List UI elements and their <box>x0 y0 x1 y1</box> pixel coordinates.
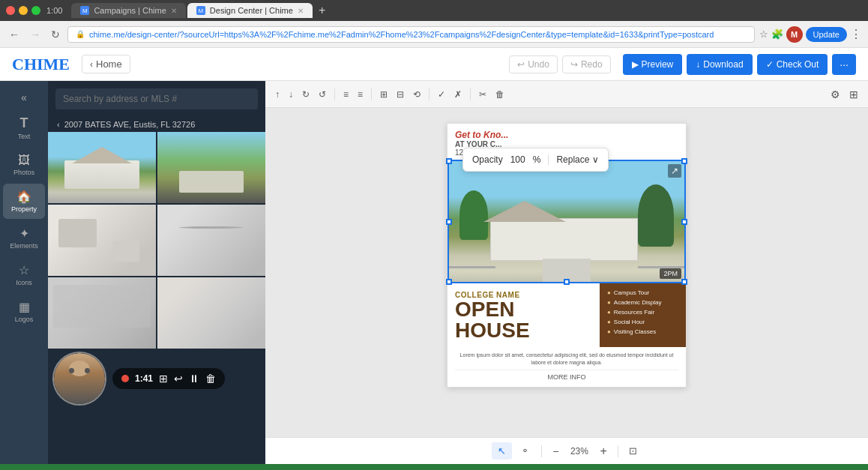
back-arrow-icon: ‹ <box>57 120 60 129</box>
photo-cell-4[interactable] <box>157 205 265 276</box>
toolbar-cut[interactable]: ✂ <box>475 87 490 102</box>
address-bar[interactable]: 🔒 chime.me/design-center/?sourceUrl=http… <box>67 26 755 43</box>
toolbar-settings[interactable]: ⚙ <box>827 86 844 103</box>
toolbar-grid[interactable]: ⊞ <box>846 86 862 103</box>
photos-label: Photos <box>13 169 34 176</box>
bullet-5: ● Visiting Classes <box>607 328 680 335</box>
profile-circle[interactable]: M <box>786 26 803 43</box>
preview-button[interactable]: ▶ Preview <box>623 54 683 75</box>
home-button[interactable]: ‹ Home <box>82 55 130 73</box>
property-back-nav[interactable]: ‹ 2007 BATES AVE, Eustis, FL 32726 <box>48 117 265 132</box>
toolbar-down[interactable]: ↓ <box>285 87 297 102</box>
photo-cell-6[interactable] <box>157 277 265 349</box>
more-info-label: MORE INFO <box>455 370 678 381</box>
toolbar-align-left[interactable]: ≡ <box>340 87 352 102</box>
cursor-tool[interactable]: ↖ <box>492 442 512 460</box>
elements-icon: ✦ <box>19 226 29 241</box>
bullet-1: ● Campus Tour <box>607 289 680 296</box>
sidebar-item-logos[interactable]: ▦ Logos <box>3 294 45 329</box>
postcard-left: COLLEGE NAME OPEN HOUSE <box>447 283 600 347</box>
canvas-scroll[interactable]: Get to Kno... AT YOUR C... 123 LORE... O… <box>265 108 868 437</box>
chrome-menu[interactable]: ⋮ <box>850 27 862 41</box>
zoom-in-button[interactable]: + <box>595 442 611 461</box>
close-dot[interactable] <box>6 6 15 15</box>
toolbar-rotate-left[interactable]: ↺ <box>315 87 330 102</box>
address-text: chime.me/design-center/?sourceUrl=https%… <box>89 30 747 39</box>
photo-grid <box>48 132 265 349</box>
checkout-icon: ✓ <box>766 59 774 70</box>
grid-view-button[interactable]: ⊞ <box>159 373 168 385</box>
checkout-button[interactable]: ✓ Check Out <box>757 54 828 75</box>
icons-icon: ☆ <box>19 263 29 277</box>
photo-cell-3[interactable] <box>48 205 156 276</box>
photo-cell-5[interactable] <box>48 277 156 349</box>
tab-close-campaigns[interactable]: ✕ <box>171 7 177 15</box>
rewind-button[interactable]: ↩ <box>174 373 183 385</box>
sidebar-expand-button[interactable]: « <box>0 87 48 108</box>
forward-button[interactable]: → <box>27 27 43 42</box>
sidebar-item-text[interactable]: T Text <box>3 109 45 146</box>
bookmark-icon[interactable]: ☆ <box>759 28 768 40</box>
search-bar-container <box>48 81 265 117</box>
main-image-container[interactable]: ↗ 2PM <box>447 160 686 283</box>
toolbar-align-center[interactable]: ≡ <box>354 87 367 102</box>
sidebar-item-icons[interactable]: ☆ Icons <box>3 257 45 292</box>
sidebar-item-property[interactable]: 🏠 Property <box>3 184 45 219</box>
preview-icon: ▶ <box>632 59 639 70</box>
extensions-icon[interactable]: 🧩 <box>771 28 783 40</box>
tab-design[interactable]: M Design Center | Chime ✕ <box>187 3 313 18</box>
toolbar-cancel[interactable]: ✗ <box>450 87 465 102</box>
undo-button[interactable]: ↩ Undo <box>509 55 558 73</box>
chevron-left-icon: ‹ <box>90 59 93 70</box>
maximize-dot[interactable] <box>31 6 40 15</box>
postcard-footer: Lorem ipsum dolor sit amet, consectetur … <box>447 347 686 387</box>
more-options-button[interactable]: ··· <box>832 54 856 75</box>
minimize-dot[interactable] <box>19 6 28 15</box>
fit-to-screen-button[interactable]: ⊡ <box>624 442 642 460</box>
delete-recording-button[interactable]: 🗑 <box>205 373 216 385</box>
postcard-right: ● Campus Tour ● Academic Display ● Resou… <box>600 283 686 347</box>
elements-label: Elements <box>10 242 38 250</box>
sidebar-item-elements[interactable]: ✦ Elements <box>3 220 45 256</box>
toolbar-flip[interactable]: ⊟ <box>393 87 408 102</box>
toolbar-rotate-right[interactable]: ↻ <box>298 87 313 102</box>
property-address: 2007 BATES AVE, Eustis, FL 32726 <box>64 120 196 129</box>
chevron-down-icon: ∨ <box>592 154 599 165</box>
back-button[interactable]: ← <box>6 27 22 42</box>
photo-cell-2[interactable] <box>157 132 265 203</box>
tool-group: ↖ ⚬ <box>492 442 535 460</box>
photo-cell-1[interactable] <box>48 132 156 203</box>
icons-label: Icons <box>16 279 32 286</box>
zoom-out-button[interactable]: − <box>548 442 563 460</box>
toolbar-reset[interactable]: ⟲ <box>409 87 424 102</box>
icon-sidebar: « T Text 🖼 Photos 🏠 Property ✦ Elements … <box>0 81 48 464</box>
chime-logo: CHIME <box>12 55 70 74</box>
sidebar-item-photos[interactable]: 🖼 Photos <box>3 148 45 182</box>
photos-icon: 🖼 <box>18 154 30 167</box>
zoom-controls: − 23% + <box>548 442 612 461</box>
search-input[interactable] <box>55 88 258 109</box>
opacity-unit: % <box>533 154 541 165</box>
toolbar-confirm[interactable]: ✓ <box>434 87 449 102</box>
redo-button[interactable]: ↪ Redo <box>562 55 611 73</box>
replace-dropdown[interactable]: Replace ∨ <box>548 154 599 165</box>
update-button[interactable]: Update <box>806 27 847 42</box>
postcard-body: COLLEGE NAME OPEN HOUSE ● Campus Tour <box>447 283 686 347</box>
download-icon: ↓ <box>696 59 700 70</box>
refresh-button[interactable]: ↻ <box>48 27 63 42</box>
download-button[interactable]: ↓ Download <box>687 54 752 75</box>
pause-button[interactable]: ⏸ <box>189 373 199 385</box>
toolbar-delete[interactable]: 🗑 <box>492 87 508 102</box>
tab-campaigns[interactable]: M Campaigns | Chime ✕ <box>71 3 185 18</box>
toolbar-up[interactable]: ↑ <box>271 87 283 102</box>
tab-close-design[interactable]: ✕ <box>298 7 304 15</box>
new-tab-button[interactable]: + <box>314 3 330 18</box>
bullet-4: ● Social Hour <box>607 319 680 325</box>
hand-tool[interactable]: ⚬ <box>515 442 535 460</box>
bottom-toolbar: ↖ ⚬ − 23% + ⊡ <box>265 437 868 464</box>
recording-controls: 1:41 ⊞ ↩ ⏸ 🗑 <box>112 368 225 389</box>
editor-toolbar: ↑ ↓ ↻ ↺ ≡ ≡ ⊞ ⊟ ⟲ ✓ ✗ ✂ 🗑 ⚙ ⊞ <box>265 81 868 108</box>
toolbar-crop[interactable]: ⊞ <box>376 87 391 102</box>
time-display: 1:00 <box>46 6 62 15</box>
expand-icon[interactable]: ↗ <box>668 164 681 178</box>
